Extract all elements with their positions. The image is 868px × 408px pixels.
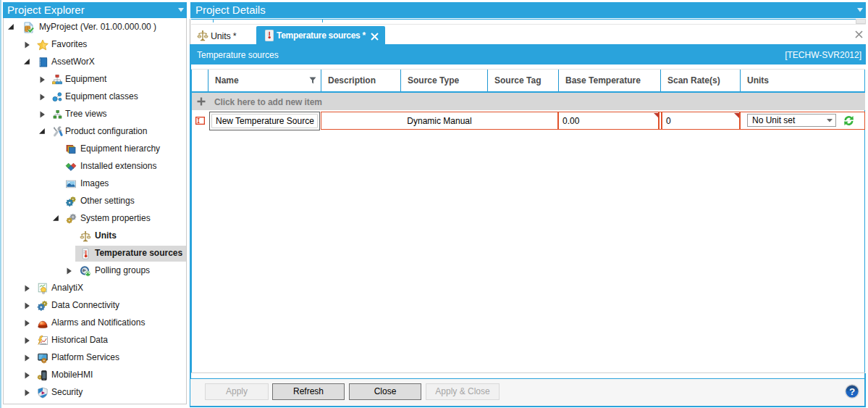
- svg-text:?: ?: [849, 386, 855, 397]
